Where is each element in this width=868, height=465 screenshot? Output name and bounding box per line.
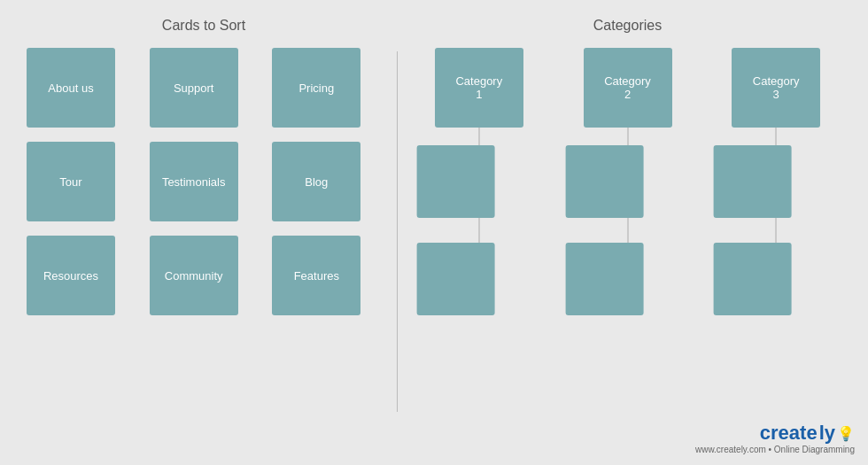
main-container: Cards to Sort About us Support Pricing T… [0, 0, 868, 465]
category-3-header[interactable]: Category3 [732, 48, 820, 128]
category-1-child-1[interactable] [416, 145, 494, 218]
cards-section-title: Cards to Sort [18, 18, 390, 34]
categories-section: Categories Category1 [405, 18, 850, 412]
watermark-bulb-icon: 💡 [837, 425, 855, 442]
category-2-header[interactable]: Category2 [584, 48, 672, 128]
card-features[interactable]: Features [272, 236, 360, 315]
category-1-header[interactable]: Category1 [435, 48, 523, 128]
watermark-create: create [760, 422, 818, 445]
card-about-us[interactable]: About us [27, 48, 115, 128]
category-3-child-2[interactable] [714, 243, 792, 315]
watermark-ately: ly [819, 422, 835, 445]
card-pricing[interactable]: Pricing [272, 48, 360, 128]
categories-section-title: Categories [405, 18, 850, 34]
card-community[interactable]: Community [150, 236, 238, 315]
cards-grid: About us Support Pricing Tour Testimonia… [18, 48, 390, 315]
category-2-child-1[interactable] [565, 145, 643, 218]
watermark-brand-container: creately 💡 [760, 422, 855, 445]
category-2-column: Category2 [554, 48, 702, 322]
watermark-url: www.creately.com • Online Diagramming [695, 445, 855, 454]
card-blog[interactable]: Blog [272, 142, 360, 221]
section-divider [397, 51, 398, 412]
card-support[interactable]: Support [150, 48, 238, 128]
card-tour[interactable]: Tour [27, 142, 115, 221]
card-testimonials[interactable]: Testimonials [150, 142, 238, 221]
category-3-column: Category3 [701, 48, 850, 322]
categories-wrapper: Category1 [405, 48, 850, 322]
category-1-column: Category1 [405, 48, 554, 322]
card-resources[interactable]: Resources [27, 236, 115, 315]
category-2-child-2[interactable] [565, 243, 643, 315]
cards-section: Cards to Sort About us Support Pricing T… [18, 18, 390, 412]
category-3-child-1[interactable] [714, 145, 792, 218]
category-1-child-2[interactable] [416, 243, 494, 315]
watermark: creately 💡 www.creately.com • Online Dia… [695, 422, 855, 454]
